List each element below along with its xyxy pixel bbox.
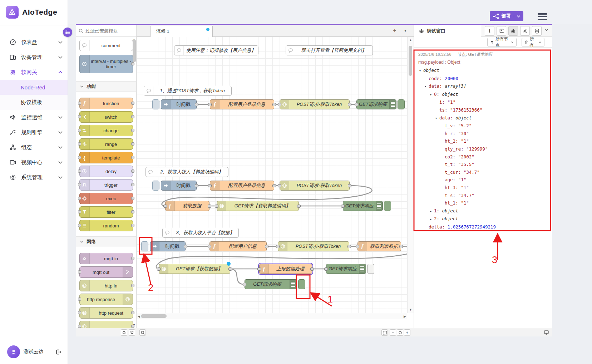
sidebar-item-5[interactable]: 组态 — [0, 140, 68, 155]
caret-down-icon[interactable]: ▾ — [424, 83, 429, 90]
palette-search[interactable] — [76, 25, 136, 37]
palette-node-range[interactable]: range — [79, 138, 133, 150]
add-flow-button[interactable]: + — [391, 27, 399, 33]
sidebar-collapse-button[interactable] — [63, 28, 72, 37]
palette-scroll-down-icon[interactable]: ▼ — [133, 323, 135, 326]
palette-category[interactable]: 功能 — [76, 81, 136, 92]
comment-node[interactable]: 3、获取大牧人平台【数据】 — [162, 228, 239, 238]
zoom-in-button[interactable]: + — [404, 329, 410, 336]
main-menu-icon[interactable] — [538, 13, 547, 20]
debug-toggle-button[interactable] — [398, 99, 405, 109]
palette-scrollbar[interactable] — [133, 39, 136, 62]
palette-collapse-categories-button[interactable] — [121, 329, 127, 336]
palette-category[interactable]: 网络 — [76, 236, 136, 247]
palette-node-trigger[interactable]: trigger — [79, 179, 133, 191]
avatar[interactable] — [7, 345, 20, 358]
sidebar-subitem-1[interactable]: 协议模板 — [0, 95, 68, 110]
canvas-search-button[interactable] — [139, 329, 146, 336]
debug-tree-row[interactable]: ▾0: object — [418, 90, 552, 99]
config-nodes-button[interactable] — [520, 26, 530, 36]
comment-node[interactable]: 1、通过POST请求，获取Token — [144, 86, 232, 96]
function-node[interactable]: ƒ配置用户信息 — [209, 241, 267, 251]
input-port[interactable] — [355, 103, 358, 106]
help-button[interactable] — [497, 26, 506, 36]
input-port[interactable] — [208, 103, 212, 106]
comment-node[interactable]: 双击打开查看【官网使用文档】 — [286, 45, 373, 55]
sidebar-item-4[interactable]: 规则引擎 — [0, 125, 68, 140]
scroll-left-icon[interactable]: ◀ — [138, 315, 140, 318]
output-port[interactable] — [272, 103, 276, 106]
palette-node-exec[interactable]: exec — [79, 193, 133, 204]
inject-node[interactable]: 时间戳 — [161, 99, 197, 109]
sidebar-options-caret[interactable] — [545, 29, 548, 31]
output-port[interactable] — [297, 205, 301, 208]
output-port[interactable] — [228, 267, 232, 271]
palette-node-delay[interactable]: delay — [79, 166, 133, 177]
canvas-vertical-scrollbar[interactable]: ▲ ▼ — [407, 37, 414, 313]
palette-node-comment[interactable]: comment — [79, 40, 133, 51]
flow-list-caret[interactable]: ▼ — [401, 29, 409, 33]
sidebar-item-2[interactable]: 软网关 — [0, 65, 68, 80]
sidebar-subitem-0[interactable]: Node-Red — [0, 80, 68, 95]
palette-node-http-in[interactable]: http in — [79, 280, 133, 291]
http-node[interactable]: POST请求-获取Token — [280, 99, 350, 109]
sidebar-item-6[interactable]: 视频中心 — [0, 155, 68, 170]
deploy-options-caret[interactable] — [514, 15, 520, 18]
palette-node-random[interactable]: random — [79, 220, 133, 231]
function-node[interactable]: ƒ上报数据处理 — [259, 264, 312, 274]
palette-node-switch[interactable]: switch — [79, 111, 133, 123]
function-node[interactable]: ƒ获取列表数据 — [357, 241, 401, 251]
caret-down-icon[interactable]: ▾ — [435, 114, 439, 122]
sidebar-item-1[interactable]: 设备管理 — [0, 50, 68, 65]
debug-tree-row[interactable]: ▸1: object — [418, 207, 552, 215]
output-port[interactable] — [348, 184, 351, 187]
palette-node-mqtt-in[interactable]: mqtt in — [79, 253, 133, 264]
vertical-scroll-thumb[interactable] — [409, 46, 412, 76]
input-port[interactable] — [243, 283, 246, 286]
debug-toggle-button[interactable] — [367, 264, 374, 274]
input-port[interactable] — [163, 205, 167, 208]
output-port[interactable] — [348, 103, 351, 106]
caret-right-icon[interactable]: ▸ — [430, 215, 434, 223]
debug-toggle-button[interactable] — [384, 201, 391, 211]
inject-button[interactable] — [152, 99, 159, 109]
debug-node[interactable]: GET请求响应 — [326, 264, 366, 274]
palette-node-template[interactable]: {template — [79, 152, 133, 163]
sidebar-item-3[interactable]: 监控运维 — [0, 110, 68, 125]
caret-right-icon[interactable]: ▸ — [430, 207, 434, 215]
palette-expand-categories-button[interactable] — [129, 329, 135, 336]
open-debug-window-button[interactable] — [543, 329, 549, 336]
input-port[interactable] — [276, 245, 280, 248]
debug-tree-row[interactable]: ▸2: object — [418, 215, 552, 223]
scroll-right-icon[interactable]: ▶ — [404, 315, 406, 318]
output-port[interactable] — [347, 245, 351, 248]
palette-node-partial[interactable] — [79, 321, 133, 328]
output-port[interactable] — [399, 245, 403, 248]
flow-canvas[interactable]: 使用注意：记得修改【用户信息】双击打开查看【官网使用文档】1、通过POST请求，… — [137, 37, 407, 313]
input-port[interactable] — [324, 267, 328, 271]
inject-button[interactable] — [152, 181, 159, 191]
inject-button[interactable] — [141, 241, 148, 251]
http-node[interactable]: GET请求【获取养殖编码】 — [217, 201, 299, 211]
palette-search-input[interactable] — [85, 28, 128, 34]
output-port[interactable] — [208, 205, 211, 208]
comment-node[interactable]: 2、获取大牧人【养殖场编码】 — [145, 167, 228, 177]
debug-node[interactable]: GET请求响应 — [356, 99, 396, 109]
caret-down-icon[interactable]: ▾ — [430, 91, 434, 99]
palette-node-function[interactable]: ƒfunction — [79, 98, 133, 109]
horizontal-scroll-thumb[interactable] — [141, 314, 167, 318]
input-port[interactable] — [208, 245, 211, 248]
palette-node-filter[interactable]: filter — [79, 206, 133, 218]
zoom-out-button[interactable]: − — [390, 329, 396, 336]
http-node[interactable]: GET请求【获取数据】 — [159, 264, 230, 274]
scroll-down-icon[interactable]: ▼ — [409, 308, 412, 311]
navigator-button[interactable] — [381, 329, 388, 336]
debug-tree-row[interactable]: ▾data: object — [418, 114, 552, 122]
info-button[interactable]: i — [485, 26, 494, 36]
sidebar-item-0[interactable]: 仪表盘 — [0, 35, 68, 50]
input-port[interactable] — [278, 184, 281, 187]
deploy-button[interactable]: 部署 — [490, 11, 523, 21]
debug-node[interactable]: GET请求响应 — [245, 279, 297, 289]
debug-messages-button[interactable] — [508, 26, 518, 36]
output-port[interactable] — [195, 103, 198, 106]
